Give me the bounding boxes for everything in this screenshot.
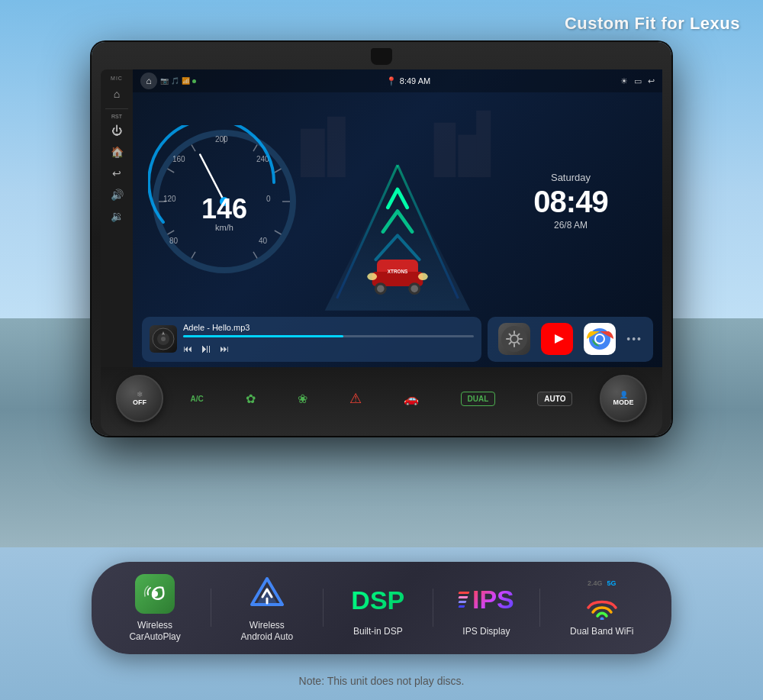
svg-point-60	[600, 618, 604, 621]
svg-line-5	[192, 144, 195, 151]
status-icon-3: 📶	[182, 77, 190, 85]
svg-rect-34	[327, 117, 346, 177]
dual-btn[interactable]: DUAL	[461, 392, 496, 406]
fan-slow-icon: ✿	[246, 392, 256, 406]
vol-up-btn[interactable]: 🔊	[101, 185, 133, 205]
clock-day: Saturday	[494, 172, 647, 183]
status-icon-1: 📷	[160, 77, 169, 85]
home-side-icon: ⌂	[114, 89, 120, 99]
dsp-icon-wrap: DSP	[356, 579, 399, 621]
androidauto-label: WirelessAndroid Auto	[241, 620, 294, 644]
ac-label: A/C	[190, 395, 203, 403]
status-time: 8:49 AM	[400, 76, 430, 85]
androidauto-icon-wrap	[246, 573, 288, 615]
antenna-notch	[371, 48, 392, 65]
svg-marker-51	[555, 334, 564, 344]
vol-up-icon: 🔊	[111, 189, 124, 200]
app-icon-settings[interactable]	[498, 323, 530, 355]
side-controls: MIC ⌂ RST ⏻ 🏠 ↩ 🔊 🔉	[101, 69, 133, 367]
feature-dsp: DSP Built-in DSP	[353, 579, 403, 638]
status-home-btn[interactable]: ⌂	[140, 73, 157, 89]
svg-text:80: 80	[169, 237, 179, 245]
hazard-icon: ⚠	[349, 390, 362, 407]
wifi-badges: 2.4G 5G	[588, 579, 617, 587]
back-btn[interactable]: ↩	[101, 163, 133, 183]
back-icon: ↩	[112, 168, 121, 179]
svg-point-55	[596, 335, 604, 343]
status-center: 📍 8:49 AM	[386, 76, 430, 86]
screen-content: ⌂ 📷 🎵 📶 📍 8:49 AM	[133, 69, 662, 367]
wifi-badge-5g: 5G	[607, 579, 617, 587]
svg-line-1	[192, 252, 195, 259]
svg-point-40	[161, 337, 166, 341]
defrost-btn[interactable]: 🚗	[404, 392, 419, 406]
music-info: Adele - Hello.mp3 ⏮ ⏯ ⏭	[183, 323, 474, 356]
dsp-icon: DSP	[351, 587, 404, 613]
clock-time: 08:49	[494, 186, 647, 217]
wifi-icon-wrap: 2.4G 5G	[584, 579, 620, 620]
music-title: Adele - Hello.mp3	[183, 323, 474, 332]
svg-point-27	[377, 285, 385, 292]
screen-area: MIC ⌂ RST ⏻ 🏠 ↩ 🔊 🔉	[101, 69, 662, 367]
app-more-icon[interactable]: •••	[626, 333, 642, 345]
divider-4	[539, 589, 540, 627]
center-display: XTRONS	[301, 92, 494, 311]
carplay-icon	[135, 574, 175, 614]
right-knob[interactable]: 👤 MODE	[600, 375, 647, 422]
power-btn[interactable]: ⏻	[101, 121, 133, 140]
svg-point-29	[410, 285, 418, 292]
svg-text:120: 120	[163, 195, 176, 203]
car-unit: MIC ⌂ RST ⏻ 🏠 ↩ 🔊 🔉	[92, 42, 671, 436]
speedometer: 80 120 160 200 240 0 40	[148, 125, 301, 278]
music-progress-fill	[183, 335, 343, 337]
svg-rect-35	[434, 123, 456, 177]
home-side-btn[interactable]: ⌂	[101, 84, 133, 104]
svg-point-31	[418, 273, 428, 281]
brightness-icon: ☀	[620, 76, 628, 86]
prev-btn[interactable]: ⏮	[183, 344, 192, 354]
bottom-panel: ❄ OFF A/C ✿ ❀ ⚠ 🚗	[101, 367, 662, 436]
speed-number: 146	[201, 195, 247, 223]
hazard-btn[interactable]: ⚠	[349, 390, 362, 407]
ips-icon-wrap: IPS	[465, 579, 507, 621]
header-prefix: Custom Fit for	[565, 14, 684, 33]
svg-point-56	[152, 591, 158, 597]
rst-label: RST	[101, 114, 133, 119]
music-progress-bar	[183, 335, 474, 337]
ac-btn[interactable]: A/C	[190, 395, 203, 403]
app-icon-youtube[interactable]	[541, 323, 573, 355]
svg-line-2	[168, 231, 175, 234]
svg-text:0: 0	[266, 195, 271, 203]
left-knob[interactable]: ❄ OFF	[116, 375, 163, 422]
auto-btn[interactable]: AUTO	[537, 392, 572, 406]
note-text: Note: This unit does not play discs.	[299, 675, 465, 687]
wifi-icon-outer-wrap: 2.4G 5G	[581, 579, 623, 621]
control-buttons: A/C ✿ ❀ ⚠ 🚗 DUAL AUTO	[172, 390, 591, 407]
app-icon-chrome[interactable]	[584, 323, 616, 355]
feature-carplay: WirelessCarAutoPlay	[129, 573, 180, 644]
note-bar: Note: This unit does not play discs.	[0, 674, 763, 688]
svg-line-10	[275, 231, 282, 234]
play-pause-btn[interactable]: ⏯	[200, 342, 212, 356]
status-right: ☀ ▭ ↩	[620, 76, 655, 86]
vol-down-btn[interactable]: 🔉	[101, 206, 133, 226]
gauge-area: 80 120 160 200 240 0 40	[133, 92, 662, 311]
mic-label: MIC	[101, 76, 133, 81]
defrost-icon: 🚗	[404, 392, 419, 406]
divider-3	[433, 589, 433, 627]
svg-text:40: 40	[259, 237, 268, 245]
arrow-icon: ↩	[648, 76, 655, 86]
speed-value: 146 km/h	[201, 195, 247, 232]
fan-fast-btn[interactable]: ❀	[298, 392, 307, 406]
carplay-label: WirelessCarAutoPlay	[129, 620, 180, 644]
fan-slow-btn[interactable]: ✿	[246, 392, 256, 406]
home-btn[interactable]: 🏠	[101, 142, 133, 162]
wifi-label: Dual Band WiFi	[570, 626, 633, 638]
status-icon-2: 🎵	[171, 77, 179, 85]
status-icons: 📷 🎵 📶	[160, 77, 196, 85]
next-btn[interactable]: ⏭	[220, 344, 229, 354]
svg-text:XTRONS: XTRONS	[388, 269, 407, 274]
music-thumbnail	[150, 325, 177, 353]
fan-fast-icon: ❀	[298, 392, 307, 406]
androidauto-svg	[249, 576, 285, 612]
